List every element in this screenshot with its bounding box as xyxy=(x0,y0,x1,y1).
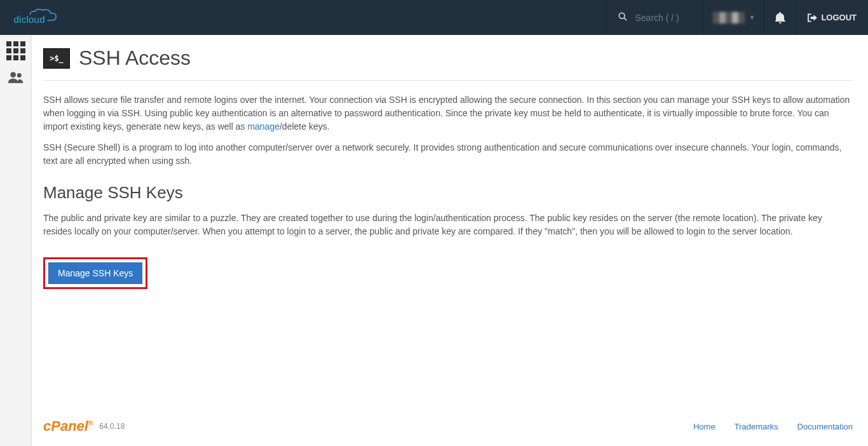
svg-point-3 xyxy=(10,72,16,78)
svg-point-4 xyxy=(17,73,21,78)
footer-link-trademarks[interactable]: Trademarks xyxy=(735,422,778,431)
footer-link-documentation[interactable]: Documentation xyxy=(797,422,853,431)
intro-text-a: SSH allows secure file transfer and remo… xyxy=(43,95,850,132)
search-input[interactable] xyxy=(635,13,692,23)
intro-paragraph-1: SSH allows secure file transfer and remo… xyxy=(43,93,853,133)
header-right: ▼ LOGOUT xyxy=(606,0,868,35)
footer: cPanel® 64.0.18 Home Trademarks Document… xyxy=(43,418,853,435)
top-header: dicloud ▼ LOGOUT xyxy=(0,0,868,35)
search-icon xyxy=(618,12,627,23)
brand-logo[interactable]: dicloud xyxy=(13,5,64,30)
sidebar-apps-button[interactable] xyxy=(6,41,25,60)
user-avatar xyxy=(713,12,745,24)
notifications-button[interactable] xyxy=(764,0,796,35)
section-title: Manage SSH Keys xyxy=(43,183,853,203)
svg-line-2 xyxy=(625,18,627,20)
user-menu[interactable]: ▼ xyxy=(703,0,764,35)
logout-icon xyxy=(808,13,817,22)
grid-icon xyxy=(6,41,25,60)
intro-text-b: /delete keys. xyxy=(280,121,330,132)
main-content: >$_ SSH Access SSH allows secure file tr… xyxy=(32,35,868,446)
page-title: SSH Access xyxy=(79,46,191,70)
terminal-icon: >$_ xyxy=(43,48,70,69)
intro-paragraph-2: SSH (Secure Shell) is a program to log i… xyxy=(43,141,853,168)
bell-icon xyxy=(775,12,785,24)
manage-link[interactable]: manage xyxy=(247,121,280,132)
svg-text:dicloud: dicloud xyxy=(14,14,45,25)
sidebar-users-button[interactable] xyxy=(7,71,25,86)
page-header: >$_ SSH Access xyxy=(43,46,853,81)
cpanel-logo: cPanel® xyxy=(43,418,93,435)
footer-link-home[interactable]: Home xyxy=(693,422,715,431)
logout-label: LOGOUT xyxy=(821,13,857,22)
highlight-box: Manage SSH Keys xyxy=(43,257,147,289)
intro-section: SSH allows secure file transfer and remo… xyxy=(43,93,853,168)
chevron-down-icon: ▼ xyxy=(749,14,755,21)
logout-button[interactable]: LOGOUT xyxy=(796,0,868,35)
manage-ssh-keys-button[interactable]: Manage SSH Keys xyxy=(48,262,142,284)
left-sidebar xyxy=(0,35,32,446)
search-area[interactable] xyxy=(606,0,703,35)
svg-point-1 xyxy=(620,13,625,18)
footer-links: Home Trademarks Documentation xyxy=(693,422,853,431)
users-icon xyxy=(7,71,25,86)
version-text: 64.0.18 xyxy=(99,422,125,431)
section-text: The public and private key are similar t… xyxy=(43,212,853,238)
